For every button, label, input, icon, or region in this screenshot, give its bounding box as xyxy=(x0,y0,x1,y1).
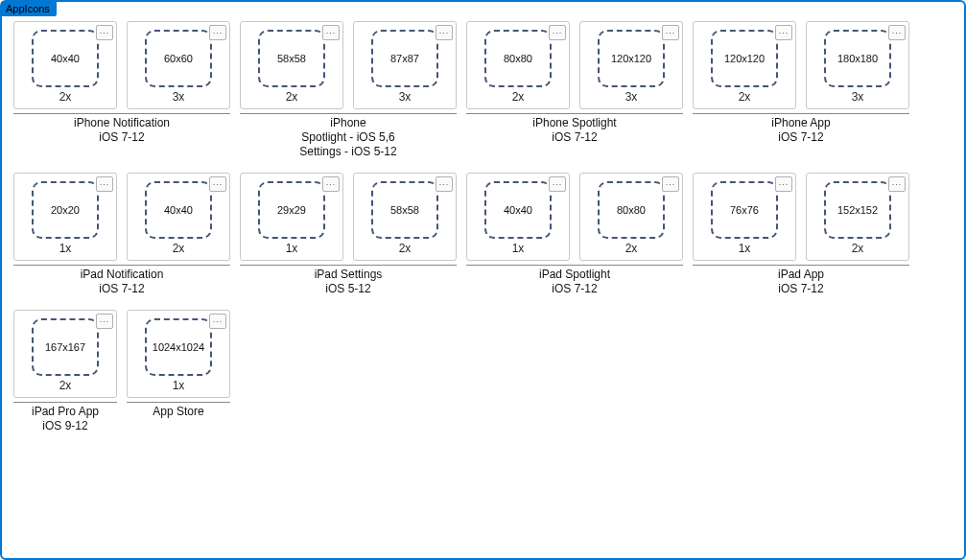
scale-label: 1x xyxy=(173,378,185,393)
group-label: iPad App iOS 7-12 xyxy=(693,268,909,296)
scale-label: 1x xyxy=(286,241,298,256)
image-well[interactable]: 60x60 xyxy=(145,30,212,87)
group-divider xyxy=(466,113,683,114)
image-well[interactable]: 120x120 xyxy=(711,30,778,87)
image-well[interactable]: 40x40 xyxy=(32,30,99,87)
group-label: iPad Pro App iOS 9-12 xyxy=(13,405,117,433)
group-divider xyxy=(240,113,457,114)
image-well[interactable]: 87x87 xyxy=(371,30,438,87)
slot-menu-button[interactable]: ... xyxy=(888,176,906,192)
slot-menu-button[interactable]: ... xyxy=(96,25,113,40)
slot-menu-button[interactable]: ... xyxy=(96,176,113,192)
icon-group: ...40x402x...60x603xiPhone Notification … xyxy=(13,21,230,159)
slot-menu-button[interactable]: ... xyxy=(662,176,679,192)
scale-label: 1x xyxy=(739,241,751,256)
slot-menu-button[interactable]: ... xyxy=(322,176,340,192)
group-label: iPad Spotlight iOS 7-12 xyxy=(466,268,683,296)
scale-label: 3x xyxy=(399,89,412,105)
image-well[interactable]: 152x152 xyxy=(824,181,891,239)
icon-group-slots: ...40x402x...60x603x xyxy=(13,21,230,109)
icon-slot: ...167x1672x xyxy=(13,310,117,398)
icon-slot: ...1024x10241x xyxy=(127,310,230,398)
icon-group: ...167x1672xiPad Pro App iOS 9-12 xyxy=(13,310,117,433)
image-well[interactable]: 40x40 xyxy=(145,181,212,239)
scale-label: 1x xyxy=(512,241,525,256)
scale-label: 2x xyxy=(399,241,412,256)
scale-label: 2x xyxy=(173,241,185,256)
icon-group: ...1024x10241xApp Store xyxy=(127,310,230,433)
slot-menu-button[interactable]: ... xyxy=(96,314,113,329)
image-well[interactable]: 76x76 xyxy=(711,181,778,239)
scale-label: 2x xyxy=(625,241,638,256)
group-divider xyxy=(13,402,117,403)
group-label: iPhone App iOS 7-12 xyxy=(693,116,909,145)
slot-menu-button[interactable]: ... xyxy=(549,25,566,40)
slot-menu-button[interactable]: ... xyxy=(322,25,340,40)
scale-label: 2x xyxy=(512,89,525,105)
group-divider xyxy=(13,113,230,114)
icon-slot: ...80x802x xyxy=(579,173,683,261)
image-well[interactable]: 120x120 xyxy=(598,30,665,87)
group-label: iPhone Spotlight - iOS 5,6 Settings - iO… xyxy=(240,116,457,159)
slot-menu-button[interactable]: ... xyxy=(436,25,453,40)
slot-menu-button[interactable]: ... xyxy=(662,25,679,40)
image-well[interactable]: 29x29 xyxy=(258,181,325,239)
group-divider xyxy=(693,113,909,114)
image-well[interactable]: 20x20 xyxy=(32,181,99,239)
icon-group-slots: ...80x802x...120x1203x xyxy=(466,21,683,109)
image-well[interactable]: 167x167 xyxy=(32,318,99,376)
icon-grid: ...40x402x...60x603xiPhone Notification … xyxy=(13,21,953,433)
icon-group-slots: ...76x761x...152x1522x xyxy=(693,173,909,261)
scale-label: 2x xyxy=(852,241,864,256)
image-well[interactable]: 58x58 xyxy=(371,181,438,239)
slot-menu-button[interactable]: ... xyxy=(209,176,226,192)
scale-label: 2x xyxy=(286,89,298,105)
scale-label: 2x xyxy=(739,89,751,105)
icon-slot: ...87x873x xyxy=(353,21,457,109)
slot-menu-button[interactable]: ... xyxy=(775,25,792,40)
icon-slot: ...58x582x xyxy=(240,21,343,109)
icon-slot: ...180x1803x xyxy=(806,21,909,109)
slot-menu-button[interactable]: ... xyxy=(549,176,566,192)
icon-group-slots: ...20x201x...40x402x xyxy=(13,173,230,261)
image-well[interactable]: 180x180 xyxy=(824,30,891,87)
icon-slot: ...120x1202x xyxy=(693,21,796,109)
slot-menu-button[interactable]: ... xyxy=(209,314,226,329)
icon-group-slots: ...29x291x...58x582x xyxy=(240,173,457,261)
icon-slot: ...20x201x xyxy=(13,173,117,261)
icon-group: ...29x291x...58x582xiPad Settings iOS 5-… xyxy=(240,173,457,296)
slot-menu-button[interactable]: ... xyxy=(775,176,792,192)
icon-group-slots: ...120x1202x...180x1803x xyxy=(693,21,909,109)
icon-group: ...120x1202x...180x1803xiPhone App iOS 7… xyxy=(693,21,909,159)
image-well[interactable]: 1024x1024 xyxy=(145,318,212,376)
image-well[interactable]: 80x80 xyxy=(484,30,552,87)
icon-slot: ...76x761x xyxy=(693,173,796,261)
scale-label: 3x xyxy=(173,89,185,105)
scale-label: 2x xyxy=(59,378,72,393)
group-label: App Store xyxy=(127,405,230,419)
icon-slot: ...80x802x xyxy=(466,21,570,109)
scale-label: 3x xyxy=(625,89,638,105)
scale-label: 1x xyxy=(59,241,72,256)
appicons-panel: AppIcons ...40x402x...60x603xiPhone Noti… xyxy=(0,0,966,560)
icon-slot: ...120x1203x xyxy=(579,21,683,109)
group-label: iPad Notification iOS 7-12 xyxy=(13,268,230,296)
image-well[interactable]: 40x40 xyxy=(484,181,552,239)
icon-group-slots: ...167x1672x xyxy=(13,310,117,398)
slot-menu-button[interactable]: ... xyxy=(209,25,226,40)
icon-slot: ...40x402x xyxy=(127,173,230,261)
icon-slot: ...58x582x xyxy=(353,173,457,261)
icon-group: ...80x802x...120x1203xiPhone Spotlight i… xyxy=(466,21,683,159)
scale-label: 3x xyxy=(852,89,864,105)
icon-slot: ...152x1522x xyxy=(806,173,909,261)
icon-group-slots: ...40x401x...80x802x xyxy=(466,173,683,261)
slot-menu-button[interactable]: ... xyxy=(436,176,453,192)
scale-label: 2x xyxy=(59,89,72,105)
group-label: iPad Settings iOS 5-12 xyxy=(240,268,457,296)
slot-menu-button[interactable]: ... xyxy=(888,25,906,40)
icon-group: ...76x761x...152x1522xiPad App iOS 7-12 xyxy=(693,173,909,296)
icon-group-slots: ...58x582x...87x873x xyxy=(240,21,457,109)
image-well[interactable]: 80x80 xyxy=(598,181,665,239)
image-well[interactable]: 58x58 xyxy=(258,30,325,87)
panel-title: AppIcons xyxy=(1,1,57,16)
